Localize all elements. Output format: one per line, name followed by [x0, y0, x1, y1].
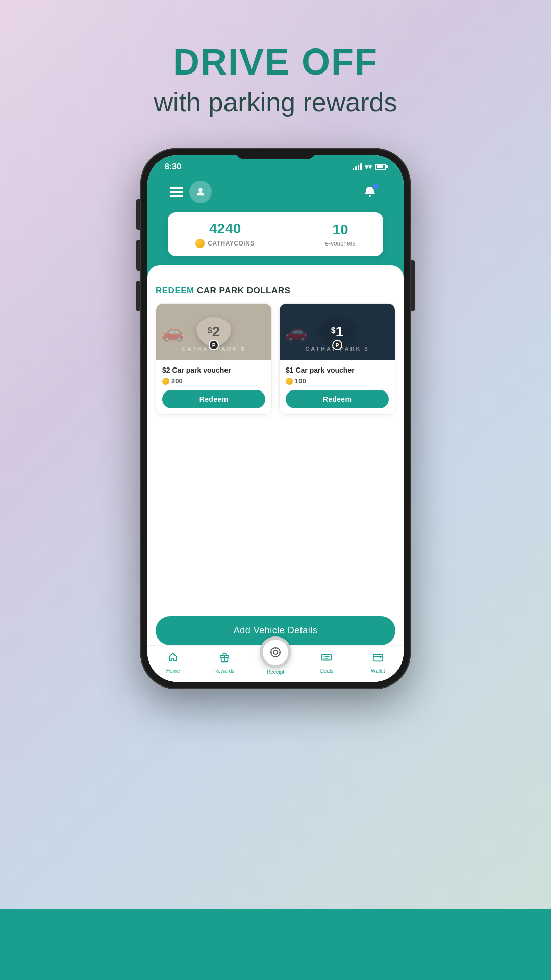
nav-label-wallet: Wallet	[371, 668, 385, 674]
nav-label-receipt: Receipt	[267, 669, 284, 675]
hero-subtitle: with parking rewards	[154, 87, 397, 117]
svg-rect-6	[373, 655, 383, 662]
nav-item-receipt[interactable]: Receipt	[250, 651, 301, 675]
voucher-name-1: $1 Car park voucher	[286, 366, 389, 374]
status-time: 8:30	[165, 162, 181, 172]
voucher-name-2: $2 Car park voucher	[162, 366, 265, 374]
wifi-icon: ▾▾	[365, 163, 372, 171]
voucher-card-1: 🚗 $1 P CATHAY PARK $ $1 Car park voucher	[279, 303, 395, 415]
bottom-navigation: Home Rewards	[147, 645, 404, 682]
notification-dot	[372, 183, 379, 190]
voucher-card-2: 🚗 $2 P CATHAY PARK $ $2 Car park voucher	[156, 303, 272, 415]
main-content: REDEEM CAR PARK DOLLARS 🚗 $2 P	[147, 278, 404, 608]
svg-point-3	[273, 650, 278, 654]
redeem-highlight: REDEEM	[156, 286, 194, 296]
redeem-button-2[interactable]: Redeem	[162, 390, 265, 408]
nav-item-home[interactable]: Home	[147, 652, 198, 674]
nav-item-wallet[interactable]: Wallet	[353, 652, 404, 674]
notification-button[interactable]	[359, 181, 381, 203]
cost-value-1: 100	[295, 377, 306, 385]
coins-divider	[290, 224, 290, 244]
status-icons: ▾▾	[353, 163, 386, 171]
nav-item-deals[interactable]: Deals	[301, 652, 352, 674]
parking-p-badge: P	[209, 340, 219, 350]
menu-button[interactable]	[170, 187, 183, 197]
voucher-cost-1: 100	[286, 377, 389, 385]
amount-badge-2: $2 P	[196, 317, 231, 346]
coins-item: 4240 CATHAYCOINS	[195, 220, 255, 248]
mini-coin-icon	[162, 378, 169, 385]
wallet-icon	[372, 652, 384, 666]
hero-title: DRIVE OFF	[154, 41, 397, 83]
coin-icon	[195, 239, 205, 248]
voucher-grid: 🚗 $2 P CATHAY PARK $ $2 Car park voucher	[156, 303, 395, 415]
vouchers-count: 10	[325, 222, 355, 238]
voucher-cost-2: 200	[162, 377, 265, 385]
voucher-image-1: 🚗 $1 P CATHAY PARK $	[280, 304, 395, 360]
battery-icon	[375, 164, 386, 170]
vouchers-label: e-vouchers	[325, 240, 355, 247]
coins-count: 4240	[195, 220, 255, 237]
nav-item-rewards[interactable]: Rewards	[198, 652, 249, 674]
hero-section: DRIVE OFF with parking rewards	[154, 41, 397, 117]
mini-coin-icon-2	[286, 378, 293, 385]
voucher-info-2: $2 Car park voucher 200 Redeem	[156, 360, 271, 414]
phone-frame: 8:30 ▾▾	[140, 148, 411, 689]
app-header: 8:30 ▾▾	[147, 155, 404, 265]
vouchers-item: 10 e-vouchers	[325, 222, 355, 247]
amount-badge-1: $1 P	[320, 317, 355, 346]
nav-label-rewards: Rewards	[214, 668, 234, 674]
avatar[interactable]	[189, 181, 212, 203]
notch	[235, 155, 316, 159]
nav-label-home: Home	[166, 668, 180, 674]
voucher-info-1: $1 Car park voucher 100 Redeem	[280, 360, 395, 414]
coins-section: 4240 CATHAYCOINS 10 e-vouchers	[168, 212, 383, 256]
home-icon	[167, 652, 179, 666]
redeem-button-1[interactable]: Redeem	[286, 390, 389, 408]
car-silhouette-icon: 🚗	[161, 321, 184, 342]
cost-value-2: 200	[171, 377, 183, 385]
parking-p-badge-2: P	[332, 340, 342, 350]
svg-point-4	[271, 648, 280, 657]
phone-mockup: 8:30 ▾▾	[140, 148, 411, 689]
svg-point-0	[198, 188, 202, 192]
voucher-image-2: 🚗 $2 P CATHAY PARK $	[156, 304, 271, 360]
app-bar	[160, 175, 391, 212]
svg-rect-5	[322, 655, 331, 660]
deals-icon	[321, 652, 332, 666]
receipt-button-outer[interactable]	[260, 636, 291, 668]
rewards-icon	[219, 652, 230, 666]
signal-icon	[353, 163, 362, 170]
coins-label: CATHAYCOINS	[195, 239, 255, 248]
nav-label-deals: Deals	[320, 668, 334, 674]
receipt-button-inner	[263, 640, 288, 665]
car-silhouette-icon-2: 🚗	[285, 321, 308, 342]
phone-screen: 8:30 ▾▾	[147, 155, 404, 682]
teal-floor	[0, 909, 551, 980]
redeem-title: REDEEM CAR PARK DOLLARS	[156, 286, 395, 296]
